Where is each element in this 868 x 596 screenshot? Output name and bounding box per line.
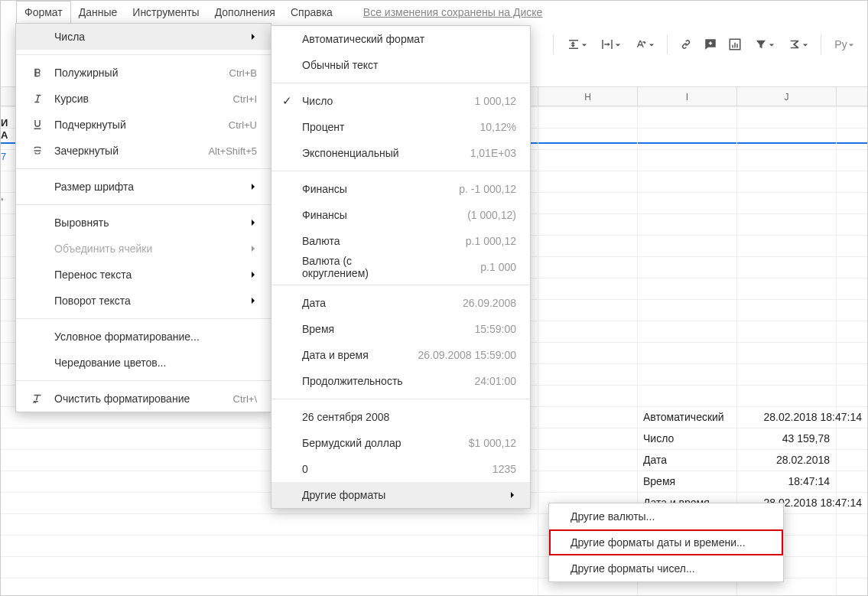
- menu-alt-colors[interactable]: Чередование цветов...: [16, 350, 271, 376]
- menu-cond-format[interactable]: Условное форматирование...: [16, 324, 271, 350]
- menu-item-label: Перенос текста: [54, 269, 239, 281]
- cell-value[interactable]: 43 159,78: [738, 428, 834, 449]
- menu-item-label: Финансы: [302, 209, 417, 221]
- text-rotation-button[interactable]: [629, 34, 659, 55]
- insert-chart-button[interactable]: [724, 34, 746, 55]
- fmt-datetime[interactable]: Дата и время26.09.2008 15:59:00: [271, 342, 530, 368]
- menu-item-label: Автоматический формат: [302, 33, 516, 45]
- menu-help[interactable]: Справка: [283, 2, 340, 23]
- menu-format[interactable]: Формат: [16, 1, 71, 24]
- menu-item-label: 26 сентября 2008: [302, 411, 516, 423]
- menu-item-label: Другие форматы: [302, 489, 498, 501]
- sample-text: 26.09.2008 15:59:00: [418, 349, 516, 361]
- menu-align[interactable]: Выровнять: [16, 210, 271, 236]
- fmt-custom3[interactable]: 01235: [271, 456, 530, 482]
- menu-item-label: Подчеркнутый: [54, 119, 213, 131]
- shortcut: Ctrl+B: [229, 67, 257, 79]
- column-header[interactable]: [836, 87, 866, 106]
- cell-label[interactable]: Дата: [639, 449, 735, 471]
- menu-item-label: Размер шрифта: [54, 181, 239, 193]
- fmt-date[interactable]: Дата26.09.2008: [271, 290, 530, 316]
- menu-item-label: Курсив: [54, 93, 218, 105]
- menu-item-label: Бермудский доллар: [302, 437, 417, 449]
- separator: [667, 34, 668, 54]
- fmt-scientific[interactable]: Экспоненциальный1,01E+03: [271, 140, 530, 166]
- fmt-custom1[interactable]: 26 сентября 2008: [271, 404, 530, 430]
- menu-item-label: Полужирный: [54, 67, 214, 79]
- cell-label[interactable]: Автоматический: [639, 406, 750, 428]
- submenu-arrow-icon: [249, 295, 257, 307]
- menu-italic[interactable]: КурсивCtrl+I: [16, 86, 271, 112]
- sample-text: $1 000,12: [432, 437, 516, 449]
- sample-text: р.1 000: [432, 261, 516, 273]
- menu-tools[interactable]: Инструменты: [125, 2, 206, 23]
- underline-icon: [27, 118, 48, 132]
- saved-to-drive-link[interactable]: Все изменения сохранены на Диске: [363, 6, 543, 18]
- menu-wrap[interactable]: Перенос текста: [16, 262, 271, 288]
- italic-icon: [27, 92, 48, 106]
- menu-item-label: Чередование цветов...: [54, 357, 257, 369]
- fmt-currency1[interactable]: Валютар.1 000,12: [271, 228, 530, 254]
- cell-value[interactable]: 28.02.2018: [738, 449, 834, 471]
- shortcut: Alt+Shift+5: [208, 145, 257, 157]
- menu-item-label: Время: [302, 323, 417, 335]
- menu-numbers[interactable]: Числа: [16, 24, 271, 50]
- menu-item-label: Другие форматы даты и времени...: [571, 536, 769, 549]
- fmt-percent[interactable]: Процент10,12%: [271, 114, 530, 140]
- sample-text: р. -1 000,12: [432, 183, 516, 195]
- cell-value[interactable]: 28.02.2018 18:47:14: [738, 406, 866, 428]
- shortcut: Ctrl+U: [229, 119, 257, 131]
- column-header[interactable]: I: [637, 87, 736, 106]
- menu-item-label: Валюта (с округлением): [302, 255, 417, 279]
- fmt-plain[interactable]: Обычный текст: [271, 52, 530, 78]
- fmt-duration[interactable]: Продолжительность24:01:00: [271, 368, 530, 394]
- menu-rotate[interactable]: Поворот текста: [16, 288, 271, 314]
- fmt-number[interactable]: ✓Число1 000,12: [271, 88, 530, 114]
- fmt-currency2[interactable]: Валюта (с округлением)р.1 000: [271, 254, 530, 280]
- menu-bold[interactable]: ПолужирныйCtrl+B: [16, 60, 271, 86]
- column-header[interactable]: J: [736, 87, 836, 106]
- text-wrap-button[interactable]: [595, 34, 626, 55]
- fmt-more-formats[interactable]: Другие форматы: [271, 482, 530, 508]
- menu-item-label: Условное форматирование...: [54, 331, 257, 343]
- checkmark-icon: ✓: [282, 94, 292, 108]
- more-date-time-formats[interactable]: Другие форматы даты и времени...: [549, 529, 783, 555]
- submenu-arrow-icon: [249, 181, 257, 193]
- menu-strike[interactable]: ЗачеркнутыйAlt+Shift+5: [16, 138, 271, 164]
- menu-item-label: Зачеркнутый: [54, 145, 193, 157]
- fmt-financial2[interactable]: Финансы(1 000,12): [271, 202, 530, 228]
- input-tools-label: Ру: [834, 38, 847, 50]
- fmt-financial1[interactable]: Финансыр. -1 000,12: [271, 176, 530, 202]
- sample-text: 26.09.2008: [432, 297, 516, 309]
- filter-button[interactable]: [749, 34, 779, 55]
- menu-item-label: Обычный текст: [302, 59, 516, 71]
- vertical-align-button[interactable]: [561, 34, 592, 55]
- fmt-custom2[interactable]: Бермудский доллар$1 000,12: [271, 430, 530, 456]
- menu-data[interactable]: Данные: [71, 2, 125, 23]
- submenu-arrow-icon: [249, 31, 257, 43]
- insert-comment-button[interactable]: [700, 34, 721, 55]
- menu-font-size[interactable]: Размер шрифта: [16, 174, 271, 200]
- cell-label[interactable]: Число: [639, 428, 735, 449]
- insert-link-button[interactable]: [675, 34, 697, 55]
- menu-item-label: Экспоненциальный: [302, 147, 417, 159]
- toolbar: Ру: [548, 27, 867, 62]
- more-number-formats[interactable]: Другие форматы чисел...: [549, 555, 783, 581]
- submenu-arrow-icon: [249, 243, 257, 255]
- column-header[interactable]: H: [538, 87, 637, 106]
- cell-label[interactable]: Время: [639, 471, 735, 492]
- cell-value[interactable]: 18:47:14: [738, 471, 834, 492]
- menu-item-label: Поворот текста: [54, 295, 239, 307]
- sample-text: 24:01:00: [432, 375, 516, 387]
- menu-merge: Объединить ячейки: [16, 236, 271, 262]
- menu-clear-format[interactable]: Очистить форматированиеCtrl+\: [16, 386, 271, 412]
- separator: [821, 34, 821, 54]
- menu-item-label: Процент: [302, 121, 417, 133]
- functions-button[interactable]: [782, 34, 813, 55]
- input-tools-button[interactable]: Ру: [829, 34, 860, 55]
- more-currencies[interactable]: Другие валюты...: [549, 503, 783, 529]
- menu-underline[interactable]: ПодчеркнутыйCtrl+U: [16, 112, 271, 138]
- fmt-auto[interactable]: Автоматический формат: [271, 26, 530, 52]
- menu-addons[interactable]: Дополнения: [207, 2, 283, 23]
- fmt-time[interactable]: Время15:59:00: [271, 316, 530, 342]
